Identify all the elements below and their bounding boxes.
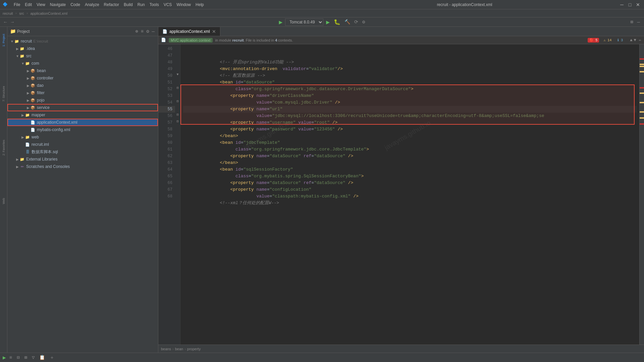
tree-mapper[interactable]: ▶ 📁 mapper [7,111,158,119]
right-scroll-bar[interactable] [639,44,644,345]
back-button[interactable]: ← [3,19,8,25]
breadcrumb-property[interactable]: property [187,347,201,351]
sidebar-favorites-icon[interactable]: 2: Favorites [0,134,7,161]
run-config-dropdown[interactable]: Tomcat 8.0.49 [285,18,323,26]
context-info: in module recruit. File is included in 4… [215,38,293,42]
services-run-btn[interactable]: ▶ [3,354,6,361]
build-button[interactable]: 🔨 [343,18,352,25]
menu-tools[interactable]: Tools [148,2,161,8]
tree-web[interactable]: ▶ 📁 web [7,133,158,141]
services-add-btn[interactable]: ＋ [48,354,56,361]
tree-src[interactable]: ▼ 📁 src [7,52,158,60]
tree-dao-label: dao [37,83,44,88]
project-minimize-btn[interactable]: — [151,28,155,35]
code-editor[interactable]: 46 47 48 49 50 51 52 53 54 55 56 57 58 5… [158,44,644,345]
warning-indicator-4 [640,93,644,94]
project-icon: 📁 [10,28,16,34]
line-66: 66 [158,180,175,186]
menu-refactor[interactable]: Refactor [102,2,121,8]
breadcrumb-beans[interactable]: beans [161,347,171,351]
warning-indicator-5 [640,102,644,103]
breadcrumb-project[interactable]: recruit [3,11,13,15]
tab-close-button[interactable]: ✕ [212,29,216,34]
forward-button[interactable]: → [9,19,15,25]
menu-file[interactable]: File [12,2,22,8]
close-button[interactable]: ✕ [635,1,641,8]
tree-dao[interactable]: ▶ 📦 dao [7,82,158,89]
run-button[interactable]: ▶ [277,18,284,26]
tree-mybatis[interactable]: 📄 mybatis-config.xml [7,126,158,133]
services-collapse-all-btn[interactable]: ⊟ [15,354,21,361]
tree-sql[interactable]: 🗄 数据库脚本.sql [7,148,158,156]
tree-root-path: E:\recruit [33,39,48,43]
tree-scratches[interactable]: ▶ ✏ Scratches and Consoles [7,163,158,170]
tree-extlib[interactable]: ▶ 📁 External Libraries [7,156,158,163]
tree-bean[interactable]: ▶ 📦 bean [7,67,158,74]
services-log-btn[interactable]: 📋 [38,354,46,361]
tree-service[interactable]: ▶ 📦 service [7,104,158,111]
context-edit-icon[interactable]: ✏ [639,38,641,43]
code-line-59: <bean id="jdbcTemplate" [183,133,637,139]
sidebar-structure-icon[interactable]: 7: Structure [0,80,7,107]
error-indicator-2 [640,87,644,88]
breadcrumb-file[interactable]: applicationContext.xml [30,11,67,15]
tree-root-label: recruit [21,39,32,44]
services-filter-btn[interactable]: ▽ [31,354,36,361]
project-settings-btn[interactable]: ⚙ [146,28,150,35]
window-controls: ─ □ ✕ [619,1,641,8]
project-scope-btn[interactable]: ⊕ [135,28,139,35]
menu-build[interactable]: Build [122,2,135,8]
tree-controller[interactable]: ▶ 📦 controller [7,74,158,82]
window-title: recruit - applicationContext.xml [311,2,619,7]
minimize-button[interactable]: ─ [619,1,625,8]
minimize-panel-button[interactable]: — [636,19,641,25]
tree-root[interactable]: ▼ 📁 recruit E:\recruit [7,38,158,45]
project-collapse-btn[interactable]: ≡ [140,28,144,35]
scroll-down-btn[interactable]: ▼ [634,38,636,43]
line-61: 61 [158,146,175,153]
menu-help[interactable]: Help [194,2,206,8]
menu-code[interactable]: Code [68,2,82,8]
debug-button[interactable]: 🐛 [332,18,342,26]
tree-iml[interactable]: 📄 recruit.iml [7,141,158,148]
sidebar-web-icon[interactable]: Web [0,188,7,215]
tree-idea[interactable]: ▶ 📁 .idea [7,45,158,52]
services-collapse-btn[interactable]: ≡ [8,354,13,361]
menu-view[interactable]: View [35,2,47,8]
tree-pojo[interactable]: ▶ 📦 pojo [7,97,158,104]
settings-button[interactable]: ⚙ [361,18,366,25]
tree-appctx[interactable]: 📄 applicationContext.xml [7,119,158,126]
line-54: 54 [158,99,175,106]
menu-edit[interactable]: Edit [23,2,34,8]
tree-com[interactable]: ▼ 📁 com [7,60,158,67]
maximize-button[interactable]: □ [627,1,633,8]
sync-button[interactable]: ⟳ [353,18,360,25]
sidebar-project-icon[interactable]: 1: Project [0,27,7,54]
menu-analyze[interactable]: Analyze [83,2,101,8]
code-content[interactable]: javayms.github.io javayms.github.io <!--… [180,44,639,345]
layout-button[interactable]: ⊞ [629,18,634,25]
menu-bar: File Edit View Navigate Code Analyze Ref… [12,2,206,8]
code-line-63: <bean id="sqlSessionFactory" [183,160,637,166]
breadcrumb-src[interactable]: src [19,11,24,15]
breadcrumb-sep-2: › [26,11,29,15]
line-49: 49 [158,66,175,72]
line-56: 56 [158,113,175,119]
run-play-button[interactable]: ▶ [325,18,331,26]
breadcrumb-arrow-1: › [172,347,174,351]
breadcrumb-bean[interactable]: bean [175,347,183,351]
editor-tab-appctx[interactable]: 📄 applicationContext.xml ✕ [158,27,220,36]
services-toolbar: ▶ ≡ ⊟ ⊞ ▽ 📋 ＋ [0,353,644,362]
menu-navigate[interactable]: Navigate [48,2,68,8]
menu-vcs[interactable]: VCS [162,2,174,8]
info-badge: ℹ 3 [616,38,625,43]
top-toolbar: ← → ▶ Tomcat 8.0.49 ▶ 🐛 🔨 ⟳ ⚙ ⊞ — [0,17,644,27]
warning-indicator-3 [640,71,644,72]
line-48: 48 [158,59,175,66]
services-group-btn[interactable]: ⊞ [23,354,28,361]
menu-window[interactable]: Window [174,2,193,8]
gutter: ▼ ⊟ ⊟ ⊟ ⊟ [175,44,180,345]
menu-run[interactable]: Run [136,2,147,8]
scroll-up-btn[interactable]: ▲ [630,38,632,43]
tree-filter[interactable]: ▶ 📦 filter [7,89,158,97]
